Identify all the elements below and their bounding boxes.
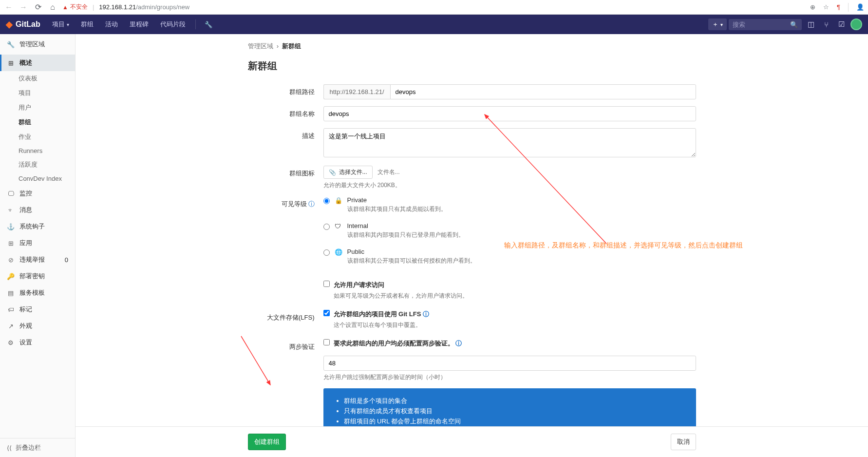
nav-projects[interactable]: 项目 ▾ [47,15,74,34]
sidebar-icon: 🔑 [7,273,15,280]
forward-button[interactable]: → [19,3,28,12]
sidebar-item[interactable]: ▤服务模板 [0,285,75,301]
choose-file-button[interactable]: 📎 选择文件... [323,166,373,179]
sidebar-overview[interactable]: ⊞ 概述 [0,55,75,71]
insecure-label: 不安全 [70,3,88,11]
nav-snippets[interactable]: 代码片段 [155,15,190,34]
sidebar-sub-item[interactable]: ConvDev Index [0,172,75,185]
chevron-down-icon: ▾ [67,22,69,27]
sidebar-item[interactable]: 🔑部署密钥 [0,268,75,285]
sidebar-item[interactable]: ᯤ消息 [0,202,75,218]
sidebar-icon: ⚓ [7,223,15,230]
sidebar-sub-item[interactable]: 项目 [0,86,75,100]
sidebar-item-label: 服务模板 [19,288,45,297]
sidebar-sub-item[interactable]: Runners [0,144,75,157]
nav-milestones[interactable]: 里程碑 [125,15,153,34]
address-bar[interactable]: 192.168.1.21/admin/groups/new [99,3,189,11]
sidebar-item-label: 部署密钥 [19,272,45,281]
warning-icon: ▲ [62,4,68,11]
collapse-sidebar[interactable]: ⟨⟨ 折叠边栏 [0,438,75,457]
sidebar-sub-item[interactable]: 仪表板 [0,71,75,86]
label-description: 描述 [248,128,323,159]
sidebar-sub-item[interactable]: 活跃度 [0,157,75,172]
group-description-input[interactable] [323,128,696,157]
sidebar-icon: ᯤ [7,207,15,214]
gitlab-logo[interactable]: ◆ GitLab [6,19,40,30]
cancel-button[interactable]: 取消 [671,434,696,450]
url-host: 192.168.1.21 [99,3,136,11]
count-badge: 0 [65,256,68,264]
info-item: 只有群组的成员才有权查看项目 [344,407,682,416]
nav-activity[interactable]: 活动 [100,15,123,34]
group-name-input[interactable] [323,106,696,121]
wrench-icon[interactable]: 🔧 [201,21,216,28]
back-button[interactable]: ← [4,3,14,12]
twofa-checkbox[interactable] [323,339,330,345]
sidebar-icon: ↗ [7,323,15,330]
user-avatar[interactable] [850,19,862,30]
max-size-hint: 允许的最大文件大小 200KB。 [323,181,696,190]
sidebar-item[interactable]: ⚓系统钩子 [0,218,75,235]
search-box[interactable]: 🔍 [729,19,802,30]
star-icon[interactable]: ☆ [823,3,829,11]
sidebar-item-label: 设置 [19,338,32,347]
breadcrumb-current: 新群组 [282,42,301,50]
zoom-icon[interactable]: ⊕ [810,3,815,11]
sidebar-item[interactable]: ↗外观 [0,318,75,334]
search-input[interactable] [733,21,790,28]
sidebar-sub-item[interactable]: 作业 [0,130,75,144]
reload-button[interactable]: ⟳ [33,2,43,12]
visibility-title: Public [347,248,476,255]
label-group-name: 群组名称 [248,106,323,121]
help-icon[interactable]: ⓘ [423,310,429,318]
help-icon[interactable]: ⓘ [455,340,462,347]
sidebar-sub-item[interactable]: 用户 [0,100,75,115]
sidebar-icon: 🖵 [7,190,15,197]
lfs-checkbox[interactable] [323,310,330,316]
group-path-input[interactable] [390,84,696,99]
profile-icon[interactable]: 👤 [856,3,864,11]
breadcrumb-root[interactable]: 管理区域 [248,42,273,50]
visibility-radio[interactable] [323,198,330,204]
sidebar-item[interactable]: 🏷标记 [0,301,75,318]
nav-groups[interactable]: 群组 [76,15,98,34]
create-group-button[interactable]: 创建群组 [248,434,286,450]
visibility-title: Private [347,196,447,204]
twofa-hours-hint: 允许用户跳过强制配置两步验证的时间（小时） [323,373,696,381]
lfs-desc: 这个设置可以在每个项目中覆盖。 [334,321,429,329]
help-icon[interactable]: ⓘ [308,200,315,208]
collapse-icon: ⟨⟨ [7,444,12,452]
attachment-icon: 📎 [329,169,336,176]
search-icon: 🔍 [790,21,798,28]
file-name-display: 文件名... [377,168,400,176]
allow-request-checkbox[interactable] [323,281,330,287]
form-footer: 创建群组 取消 [75,426,868,457]
visibility-radio[interactable] [323,224,330,230]
visibility-title: Internal [347,222,464,229]
todos-icon[interactable]: ☑ [834,20,849,29]
sidebar-item-label: 标记 [19,305,32,314]
sidebar-item[interactable]: ⚙设置 [0,334,75,351]
merge-requests-icon[interactable]: ⑂ [820,20,832,29]
label-group-icon: 群组图标 [248,166,323,190]
label-lfs: 大文件存储(LFS) [248,310,323,332]
path-prefix: http://192.168.1.21/ [323,84,390,99]
brand-text: GitLab [16,20,40,29]
visibility-radio[interactable] [323,249,330,256]
sidebar-item[interactable]: 🖵监控 [0,185,75,202]
sidebar-item[interactable]: ⊘违规举报0 [0,251,75,268]
lfs-title: 允许群组内的项目使用 Git LFS ⓘ [334,310,429,319]
pilcrow-icon[interactable]: ¶ [837,3,840,11]
sidebar-item[interactable]: ⊞应用 [0,235,75,251]
issues-icon[interactable]: ◫ [804,20,818,29]
grid-icon: ⊞ [7,59,15,67]
sidebar-overview-label: 概述 [19,58,32,67]
insecure-badge: ▲ 不安全 [62,3,88,11]
plus-icon: ＋ [712,20,718,29]
page-title: 新群组 [248,59,696,73]
home-button[interactable]: ⌂ [48,3,57,12]
twofa-hours-input[interactable] [323,356,696,371]
chevron-down-icon: ▾ [720,22,723,27]
new-dropdown[interactable]: ＋▾ [708,19,727,30]
sidebar-sub-item[interactable]: 群组 [0,115,75,130]
